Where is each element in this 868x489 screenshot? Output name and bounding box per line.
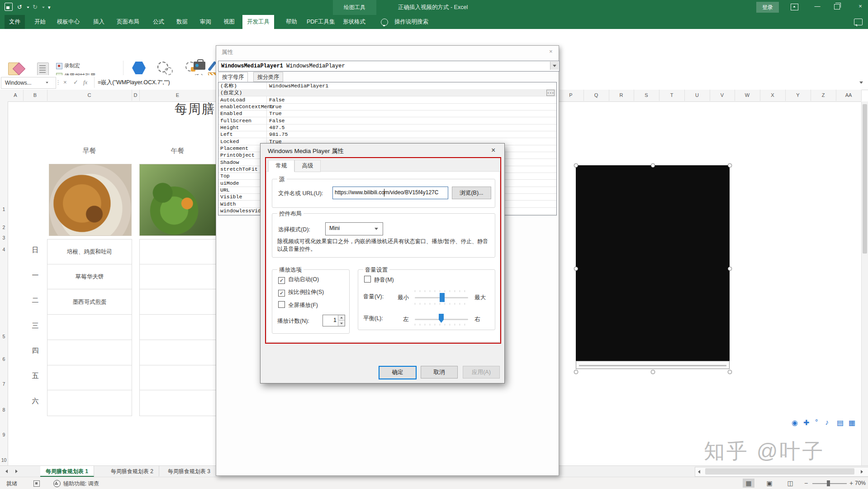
row-header[interactable]: 5 — [0, 334, 8, 339]
sign-in-button[interactable]: 登录 — [756, 2, 779, 13]
sheet-tab-1[interactable]: 每周膳食规划表 1 — [40, 466, 94, 477]
column-header[interactable]: V — [710, 90, 735, 101]
column-header[interactable]: Q — [583, 90, 609, 101]
properties-close-icon[interactable]: × — [549, 48, 553, 55]
day-label[interactable]: 二 — [24, 296, 47, 305]
property-row[interactable]: AutoLoadFalse — [218, 96, 556, 104]
minimize-button[interactable]: — — [810, 0, 825, 13]
h-scroll-left-icon[interactable] — [698, 470, 700, 474]
day-label[interactable]: 一 — [24, 271, 47, 280]
cancel-button[interactable]: 取消 — [421, 366, 458, 379]
column-header[interactable]: C — [47, 90, 132, 101]
property-row[interactable]: fullScreenFalse — [218, 117, 556, 125]
tab-categorized[interactable]: 按分类序 — [253, 72, 283, 82]
meal-cell[interactable]: 草莓华夫饼 — [47, 264, 132, 290]
column-header[interactable]: R — [609, 90, 634, 101]
h-scroll-right-icon[interactable] — [861, 470, 863, 474]
vertical-scrollbar[interactable] — [861, 101, 868, 465]
sheet-tab-3[interactable]: 每周膳食规划表 3 — [162, 466, 216, 476]
row-header[interactable]: 4 — [0, 247, 8, 252]
page-layout-view-icon[interactable]: ▣ — [764, 479, 775, 488]
tab-shape-format[interactable]: 形状格式 — [338, 15, 370, 29]
row-header[interactable]: 1 — [0, 206, 8, 212]
formula-enter-icon[interactable]: ✓ — [73, 77, 78, 88]
volume-slider-thumb[interactable] — [440, 293, 445, 302]
column-header[interactable]: AA — [836, 90, 862, 101]
selection-handle-top-mid[interactable] — [651, 163, 655, 168]
restore-button[interactable] — [834, 4, 840, 10]
column-header[interactable]: Y — [785, 90, 811, 101]
zoom-level[interactable]: 70% — [855, 480, 866, 486]
selection-handle-bottom-mid[interactable] — [651, 370, 655, 374]
horizontal-scrollbar-thumb[interactable] — [705, 468, 854, 475]
tab-view[interactable]: 视图 — [219, 15, 239, 29]
ime-grid-icon[interactable]: ▦ — [849, 418, 855, 427]
fullscreen-checkbox[interactable]: 全屏播放(F) — [278, 301, 318, 310]
column-header[interactable]: A — [8, 90, 24, 101]
meal-cell[interactable]: 墨西哥式煎蛋 — [47, 289, 132, 315]
redo-dropdown-icon[interactable] — [42, 7, 45, 9]
day-label[interactable]: 三 — [24, 321, 47, 330]
selection-handle-top-left[interactable] — [574, 163, 578, 168]
zoom-out-icon[interactable]: − — [804, 479, 808, 487]
spinner-down-button[interactable] — [338, 321, 345, 326]
meal-cell[interactable] — [47, 340, 132, 366]
media-player-object[interactable] — [576, 165, 730, 361]
custom-ellipsis-button[interactable]: ... — [546, 90, 555, 96]
accessibility-status[interactable]: 辅助功能: 调查 — [63, 480, 99, 488]
property-row[interactable]: (名称)WindowsMediaPlayer1 — [218, 82, 556, 90]
meal-cell[interactable] — [47, 314, 132, 340]
formula-cancel-icon[interactable]: × — [63, 77, 67, 88]
select-all-corner[interactable] — [0, 90, 8, 102]
comment-bubble-icon[interactable] — [854, 19, 863, 25]
tab-file[interactable]: 文件 — [5, 15, 25, 29]
tab-data[interactable]: 数据 — [172, 15, 192, 29]
dialog-close-icon[interactable]: × — [491, 146, 495, 154]
object-selector[interactable]: WindowsMediaPlayer1 WindowsMediaPlayer — [218, 61, 560, 72]
row-header[interactable]: 7 — [0, 381, 8, 387]
row-header[interactable]: 2 — [0, 225, 8, 230]
column-header[interactable]: Z — [811, 90, 836, 101]
tab-alphabetical[interactable]: 按字母序 — [218, 72, 248, 82]
column-header[interactable]: P — [558, 90, 584, 101]
zoom-in-icon[interactable]: + — [849, 479, 853, 487]
tab-review[interactable]: 审阅 — [195, 15, 216, 29]
waffle-photo[interactable] — [49, 164, 132, 236]
row-header[interactable]: 10 — [0, 457, 8, 463]
row-header[interactable]: 9 — [0, 432, 8, 437]
normal-view-icon[interactable]: ▦ — [743, 479, 754, 488]
column-header[interactable]: U — [684, 90, 710, 101]
ime-mic-icon[interactable]: ♪ — [825, 418, 829, 427]
ribbon-display-options-icon[interactable] — [791, 4, 798, 10]
mute-checkbox[interactable]: 静音(M) — [364, 276, 394, 284]
close-button[interactable]: × — [853, 0, 868, 13]
formula-bar-expand-icon[interactable] — [859, 82, 863, 84]
sheet-nav-left-icon[interactable] — [5, 470, 8, 473]
quick-access-customize-icon[interactable]: ▾ — [48, 2, 51, 13]
ime-superscript-icon[interactable]: ° — [815, 418, 818, 427]
formula-bar-grip-icon[interactable]: ⋮ — [55, 77, 61, 88]
sheet-tab-2[interactable]: 每周膳食规划表 2 — [105, 466, 159, 476]
macro-record-icon[interactable] — [33, 480, 40, 487]
salad-photo[interactable] — [139, 164, 217, 236]
property-row[interactable]: EnabledTrue — [218, 110, 556, 117]
tab-developer[interactable]: 开发工具 — [242, 15, 274, 29]
column-header[interactable]: B — [23, 90, 47, 101]
column-header[interactable]: X — [760, 90, 786, 101]
vertical-scrollbar-thumb[interactable] — [863, 104, 867, 254]
stretch-checkbox[interactable]: ✓按比例拉伸(S) — [278, 288, 324, 297]
tab-general[interactable]: 常规 — [268, 160, 294, 172]
tab-help[interactable]: 帮助 — [281, 15, 302, 29]
insert-function-icon[interactable]: fx — [83, 77, 87, 88]
spinner-up-button[interactable] — [338, 315, 345, 321]
tab-home[interactable]: 开始 — [30, 15, 50, 29]
play-count-spinner[interactable]: 1 — [323, 315, 345, 326]
formula-text[interactable]: =嵌入("WMPlayer.OCX.7","") — [98, 77, 170, 88]
day-label[interactable]: 日 — [24, 246, 47, 254]
undo-icon[interactable]: ↺ — [17, 2, 22, 13]
day-label[interactable]: 五 — [24, 372, 47, 380]
meal-cell[interactable]: 培根、鸡蛋和吐司 — [47, 239, 132, 265]
media-player-control-bar[interactable] — [576, 361, 730, 369]
selection-handle-top-right[interactable] — [728, 163, 732, 168]
tab-insert[interactable]: 插入 — [89, 15, 109, 29]
